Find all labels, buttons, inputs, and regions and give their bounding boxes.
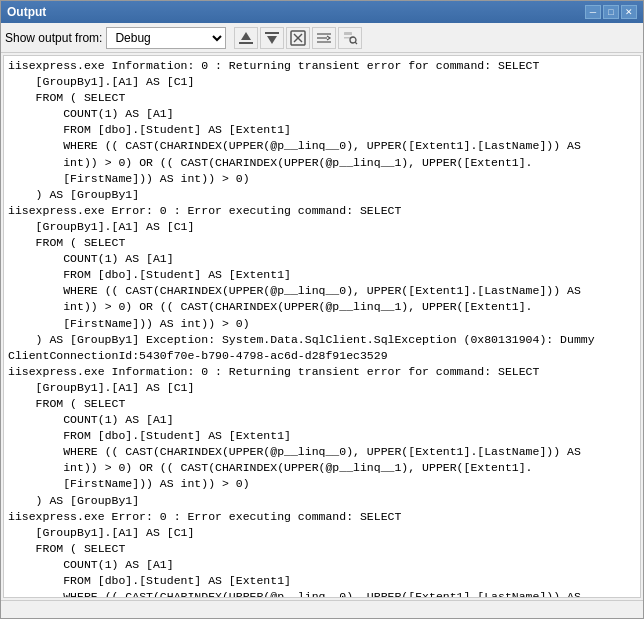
maximize-button[interactable]: □ <box>603 5 619 19</box>
show-output-label: Show output from: <box>5 31 102 45</box>
svg-marker-1 <box>241 32 251 40</box>
svg-marker-3 <box>267 36 277 44</box>
svg-line-13 <box>355 42 357 44</box>
minimize-button[interactable]: ─ <box>585 5 601 19</box>
output-pre: iisexpress.exe Information: 0 : Returnin… <box>8 58 636 597</box>
status-bar <box>1 600 643 618</box>
window-title: Output <box>7 5 46 19</box>
word-wrap-icon <box>316 30 332 46</box>
scroll-down-icon <box>264 30 280 46</box>
scroll-up-icon <box>238 30 254 46</box>
find-button[interactable] <box>338 27 362 49</box>
scroll-down-button[interactable] <box>260 27 284 49</box>
word-wrap-button[interactable] <box>312 27 336 49</box>
svg-rect-2 <box>265 32 279 34</box>
output-window: Output ─ □ ✕ Show output from: Debug Bui… <box>0 0 644 619</box>
title-bar-buttons: ─ □ ✕ <box>585 5 637 19</box>
find-icon <box>342 30 358 46</box>
output-text-content[interactable]: iisexpress.exe Information: 0 : Returnin… <box>4 56 640 597</box>
clear-button[interactable] <box>286 27 310 49</box>
toolbar: Show output from: Debug Build Test <box>1 23 643 53</box>
output-source-select[interactable]: Debug Build Test <box>106 27 226 49</box>
close-button[interactable]: ✕ <box>621 5 637 19</box>
toolbar-action-buttons <box>234 27 362 49</box>
svg-rect-0 <box>239 42 253 44</box>
clear-icon <box>290 30 306 46</box>
output-area: iisexpress.exe Information: 0 : Returnin… <box>3 55 641 598</box>
title-bar: Output ─ □ ✕ <box>1 1 643 23</box>
scroll-up-button[interactable] <box>234 27 258 49</box>
svg-rect-10 <box>344 32 352 35</box>
